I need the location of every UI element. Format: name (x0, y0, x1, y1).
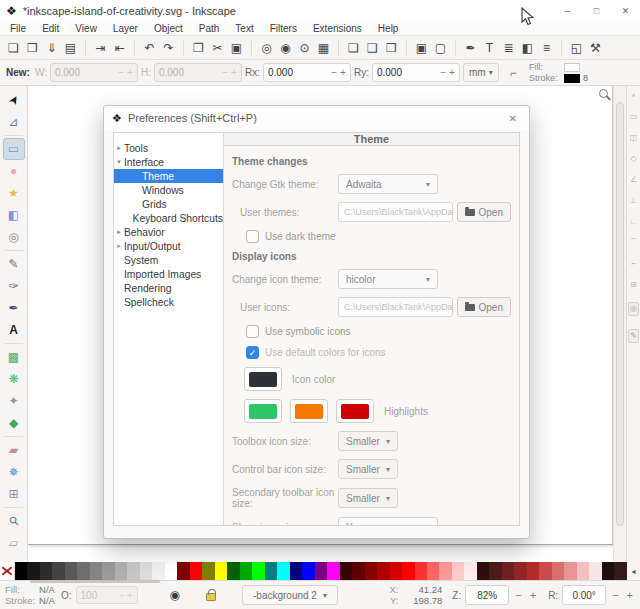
zoom-drawing-icon[interactable]: ◎ (257, 38, 276, 57)
rotation-plus-button[interactable]: + (625, 589, 635, 601)
spiral-tool-icon[interactable]: ◎ (3, 226, 25, 248)
ungroup-icon[interactable]: ▢ (431, 38, 450, 57)
gradient-tool-icon[interactable]: ▩ (3, 346, 25, 368)
menu-view[interactable]: View (67, 23, 105, 34)
snap-object-centers-icon[interactable]: ⊞ (630, 281, 637, 289)
tree-item-rendering[interactable]: Rendering (114, 281, 223, 295)
palette-swatch[interactable] (40, 562, 52, 580)
star-tool-icon[interactable]: ★ (3, 182, 25, 204)
palette-swatch[interactable] (302, 562, 314, 580)
palette-scrollbar[interactable] (30, 580, 160, 583)
symbolic-icons-checkbox[interactable] (246, 325, 259, 338)
palette-scroll-arrow[interactable]: ◂ (627, 562, 640, 580)
width-plus-button[interactable]: + (127, 67, 133, 78)
user-themes-path-field[interactable]: C:\Users\BlackTank\AppData' (338, 202, 453, 222)
paint-bucket-tool-icon[interactable]: ◆ (3, 412, 25, 434)
palette-swatch[interactable] (315, 562, 327, 580)
unlink-clone-icon[interactable]: ❒ (382, 38, 401, 57)
tree-item-system[interactable]: System (114, 253, 223, 267)
palette-swatch[interactable] (489, 562, 501, 580)
snap-paths-icon[interactable]: ∠ (630, 176, 637, 184)
open-document-icon[interactable]: ❒ (23, 38, 42, 57)
tree-item-keyboard-shortcuts[interactable]: Keyboard Shortcuts (114, 211, 223, 225)
snap-text-baseline-icon[interactable]: ✎ (628, 329, 639, 343)
icon-theme-dropdown[interactable]: hicolor ▾ (338, 269, 438, 289)
rotation-minus-button[interactable]: − (610, 589, 620, 601)
palette-swatch[interactable] (102, 562, 114, 580)
palette-swatch[interactable] (65, 562, 77, 580)
snap-cusp-nodes-icon[interactable]: ∟ (630, 218, 638, 226)
palette-swatch[interactable] (439, 562, 451, 580)
palette-swatch[interactable] (15, 562, 27, 580)
menu-object[interactable]: Object (146, 23, 191, 34)
palette-swatch[interactable] (340, 562, 352, 580)
user-icons-path-field[interactable]: C:\Users\BlackTank\AppData' (338, 297, 453, 317)
duplicate-icon[interactable]: ❏ (344, 38, 363, 57)
paste-icon[interactable]: ▣ (227, 38, 246, 57)
zoom-center-page-icon[interactable]: ▦ (314, 38, 333, 57)
palette-swatch[interactable] (215, 562, 227, 580)
snap-bbox-edges-icon[interactable]: ◫ (630, 134, 638, 142)
palette-swatch[interactable] (377, 562, 389, 580)
tree-item-tools[interactable]: ▸Tools (114, 141, 223, 155)
palette-swatch[interactable] (452, 562, 464, 580)
tree-item-grids[interactable]: Grids (114, 197, 223, 211)
icon-color-button[interactable] (244, 367, 282, 391)
zoom-field[interactable]: 82% (465, 585, 509, 605)
rotation-field[interactable]: 0.00° (562, 585, 606, 605)
cut-icon[interactable]: ✂ (208, 38, 227, 57)
fill-swatch[interactable] (564, 63, 580, 72)
palette-swatch[interactable] (140, 562, 152, 580)
width-minus-button[interactable]: − (118, 67, 124, 78)
dialog-close-icon[interactable]: ✕ (505, 113, 521, 124)
new-document-icon[interactable]: ❏ (4, 38, 23, 57)
snap-rotation-centers-icon[interactable]: ◎ (628, 302, 639, 316)
copy-icon[interactable]: ❐ (189, 38, 208, 57)
zoom-minus-button[interactable]: − (513, 589, 523, 601)
palette-swatch[interactable] (27, 562, 39, 580)
fill-stroke-status[interactable]: Fill: N/A Stroke: N/A (5, 584, 55, 606)
snap-nodes-icon[interactable]: ◇ (630, 155, 636, 163)
preferences-icon[interactable]: ⚒ (586, 38, 605, 57)
highlight-swatch-button-1[interactable] (290, 399, 328, 423)
menu-icons-dropdown[interactable]: Yes ▾ (338, 517, 438, 525)
ry-field[interactable]: 0.000 − + (372, 63, 460, 82)
opacity-field[interactable]: 100 − + (76, 586, 138, 604)
sharp-corners-icon[interactable]: ⌐ (510, 66, 517, 80)
vertical-scrollbar-thumb[interactable] (616, 102, 624, 526)
user-themes-open-button[interactable]: Open (457, 202, 511, 222)
tree-expander-icon[interactable]: ▸ (114, 242, 124, 250)
menu-path[interactable]: Path (191, 23, 228, 34)
height-field[interactable]: 0.000 − + (154, 63, 242, 82)
align-distribute-icon[interactable]: ≡ (537, 38, 556, 57)
palette-swatch[interactable] (252, 562, 264, 580)
import-icon[interactable]: ⇥ (91, 38, 110, 57)
node-tool-icon[interactable]: ⊿ (3, 111, 25, 133)
highlight-swatch-button-0[interactable] (244, 399, 282, 423)
ry-plus-button[interactable]: + (449, 67, 455, 78)
palette-swatch[interactable] (165, 562, 177, 580)
stroke-swatch[interactable] (564, 74, 580, 83)
tree-expander-icon[interactable]: ▾ (114, 158, 124, 166)
text-tool-icon[interactable]: A (3, 319, 25, 341)
dropper-tool-icon[interactable]: ✦ (3, 390, 25, 412)
highlight-swatch-button-2[interactable] (336, 399, 374, 423)
snap-bounding-box-icon[interactable]: ▭ (630, 113, 638, 121)
palette-swatch[interactable] (190, 562, 202, 580)
text-dialog-icon[interactable]: T (480, 38, 499, 57)
export-icon[interactable]: ⇤ (110, 38, 129, 57)
palette-swatch[interactable] (415, 562, 427, 580)
document-properties-icon[interactable]: ◱ (567, 38, 586, 57)
palette-swatch[interactable] (152, 562, 164, 580)
group-icon[interactable]: ▣ (412, 38, 431, 57)
pen-tool-icon[interactable]: ✒ (3, 297, 25, 319)
palette-swatch[interactable] (127, 562, 139, 580)
zoom-selection-icon[interactable]: ◉ (276, 38, 295, 57)
undo-icon[interactable]: ↶ (140, 38, 159, 57)
layer-visibility-eye-icon[interactable]: ◉ (170, 588, 180, 602)
layers-dialog-icon[interactable]: ≣ (499, 38, 518, 57)
no-color-swatch[interactable] (0, 562, 15, 580)
tree-item-theme[interactable]: Theme (114, 169, 223, 183)
rx-minus-button[interactable]: − (331, 67, 337, 78)
palette-swatch[interactable] (265, 562, 277, 580)
